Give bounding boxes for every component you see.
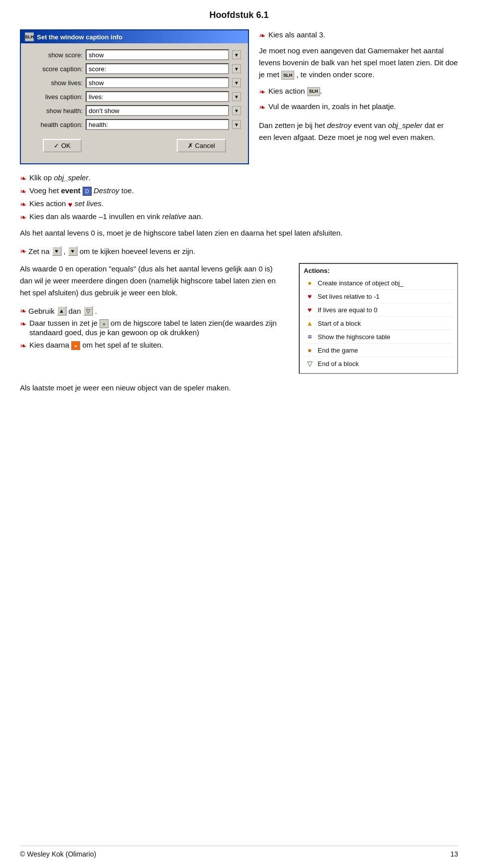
scroll-health-caption[interactable]: ▼ bbox=[232, 120, 241, 129]
bullet-icon-daar: ❧ bbox=[20, 319, 26, 329]
triangle-up-icon: ▲ bbox=[57, 306, 67, 316]
actions-right: Actions: ● Create instance of object obj… bbox=[299, 263, 458, 374]
gebruik-prefix: Gebruik bbox=[28, 307, 55, 315]
je-moet-text: Je moet nog even aangeven dat Gamemaker … bbox=[259, 45, 458, 81]
paragraph-2: Als waarde 0 en operation "equals" (dus … bbox=[20, 263, 284, 299]
bullet-icon-gebruik: ❧ bbox=[20, 306, 26, 316]
bullet-kies-action: ❧ Kies action SLH. bbox=[259, 86, 458, 98]
actions-box: Actions: ● Create instance of object obj… bbox=[299, 263, 458, 374]
highscore-icon: ≡ bbox=[100, 319, 109, 328]
gebruik-line: ❧ Gebruik ▲ dan ▽ . bbox=[20, 306, 284, 316]
ok-label: OK bbox=[61, 142, 71, 149]
action-text-1: Create instance of object obj_ bbox=[318, 279, 403, 287]
gebruik-dan: dan bbox=[69, 307, 81, 315]
bullet-icon-1: ❧ bbox=[259, 30, 265, 42]
action-icon-create: ● bbox=[305, 278, 315, 288]
bullet-daartussen: ❧ Daar tussen in zet je ≡ om de higscore… bbox=[20, 319, 284, 337]
action-icon-highscore: ≡ bbox=[305, 332, 315, 342]
bullet-voeg-event: ❧ Voeg het event D Destroy toe. bbox=[20, 186, 458, 196]
zet-na-line: ❧ Zet na ♥ , ♥ om te kijken hoeveel leve… bbox=[20, 246, 458, 256]
kies-action-lives-text: Kies action ♥ set lives. bbox=[29, 199, 104, 209]
dialog-field-lives-caption: lives caption: ▼ bbox=[28, 91, 241, 102]
end-game-icon: ● bbox=[71, 341, 80, 350]
action-icon-start-block: ▲ bbox=[305, 318, 315, 328]
daartussen-text: Daar tussen in zet je ≡ om de higscore t… bbox=[29, 319, 284, 337]
bullet-icon-2: ❧ bbox=[259, 86, 265, 98]
paragraph-1: Als het aantal levens 0 is, moet je de h… bbox=[20, 227, 458, 239]
klik-op-text: Klik op obj_speler. bbox=[29, 173, 91, 182]
page: Hoofdstuk 6.1 SLH Set the window caption… bbox=[0, 0, 478, 868]
actions-left: Als waarde 0 en operation "equals" (dus … bbox=[20, 263, 284, 374]
footer-page: 13 bbox=[450, 850, 458, 858]
bullet-kies-action-lives: ❧ Kies action ♥ set lives. bbox=[20, 199, 458, 209]
slh-badge-action: SLH bbox=[307, 87, 320, 96]
destroy-text: Dan zetten je bij het destroy event van … bbox=[259, 120, 458, 143]
label-show-score: show score: bbox=[28, 51, 83, 59]
bullet-icon-voeg: ❧ bbox=[20, 187, 26, 196]
action-text-2: Set lives relative to -1 bbox=[318, 293, 379, 300]
bullet-icon-3: ❧ bbox=[259, 102, 265, 114]
last-paragraph: Als laatste moet je weer een nieuw objec… bbox=[20, 382, 458, 394]
input-show-lives[interactable] bbox=[86, 77, 229, 88]
dialog-window: SLH Set the window caption info show sco… bbox=[20, 29, 249, 164]
dialog-field-show-score: show score: ▼ bbox=[28, 49, 241, 60]
action-text-5: Show the highscore table bbox=[318, 333, 390, 341]
action-row-1: ● Create instance of object obj_ bbox=[304, 276, 453, 290]
input-health-caption[interactable] bbox=[86, 119, 229, 130]
input-lives-caption[interactable] bbox=[86, 91, 229, 102]
actions-section: Als waarde 0 en operation "equals" (dus … bbox=[20, 263, 458, 374]
action-icon-if-lives: ♥ bbox=[305, 305, 315, 315]
input-show-score[interactable] bbox=[86, 49, 229, 60]
label-score-caption: score caption: bbox=[28, 65, 83, 73]
dialog-titlebar-icon: SLH bbox=[25, 32, 34, 41]
label-health-caption: health caption: bbox=[28, 121, 83, 128]
bullet-icon-action: ❧ bbox=[20, 200, 26, 209]
input-show-health[interactable] bbox=[86, 105, 229, 116]
bullet-icon-daarna: ❧ bbox=[20, 341, 26, 351]
action-text-6: End the game bbox=[318, 347, 358, 354]
bullet-klik-op: ❧ Klik op obj_speler. bbox=[20, 173, 458, 183]
set-lives-icon: ♥ bbox=[52, 246, 62, 256]
heart-icon: ♥ bbox=[68, 200, 73, 209]
je-moet-text-suffix: , te vinden onder score. bbox=[296, 70, 374, 79]
kies-daarna-text: Kies daarna ● om het spel af te sluiten. bbox=[29, 341, 163, 350]
action-icon-end-game: ● bbox=[305, 345, 315, 355]
scroll-lives-caption[interactable]: ▼ bbox=[232, 92, 241, 101]
label-show-lives: show lives: bbox=[28, 79, 83, 87]
action-text-4: Start of a block bbox=[318, 320, 361, 327]
bottom-left-bullets: ❧ Klik op obj_speler. ❧ Voeg het event D… bbox=[20, 173, 458, 222]
cancel-label: Cancel bbox=[195, 142, 215, 149]
label-lives-caption: lives caption: bbox=[28, 93, 83, 101]
zet-na-suffix: om te kijken hoeveel levens er zijn. bbox=[80, 247, 196, 255]
vul-waarden-text: Vul de waarden in, zoals in het plaatje. bbox=[268, 101, 396, 113]
scroll-show-score[interactable]: ▼ bbox=[232, 50, 241, 59]
actions-title: Actions: bbox=[304, 267, 453, 274]
cancel-button[interactable]: ✗ Cancel bbox=[177, 139, 226, 152]
destroy-icon: D bbox=[83, 187, 92, 196]
scroll-show-lives[interactable]: ▼ bbox=[232, 78, 241, 87]
dialog-title: Set the window caption info bbox=[37, 33, 122, 41]
bullet-kies-daarna: ❧ Kies daarna ● om het spel af te sluite… bbox=[20, 341, 284, 351]
action-row-3: ♥ If lives are equal to 0 bbox=[304, 303, 453, 317]
scroll-show-health[interactable]: ▼ bbox=[232, 106, 241, 115]
bullet-vul-waarden: ❧ Vul de waarden in, zoals in het plaatj… bbox=[259, 101, 458, 114]
voeg-event-text: Voeg het event D Destroy toe. bbox=[29, 186, 134, 196]
slh-badge-score: SLH bbox=[281, 71, 294, 80]
dialog-field-show-health: show health: ▼ bbox=[28, 105, 241, 116]
right-panel: ❧ Kies als aantal 3. Je moet nog even aa… bbox=[259, 29, 458, 164]
action-row-6: ● End the game bbox=[304, 344, 453, 357]
scroll-score-caption[interactable]: ▼ bbox=[232, 64, 241, 73]
dialog-buttons: ✓ OK ✗ Cancel bbox=[28, 134, 241, 157]
if-lives-icon: ♥ bbox=[68, 246, 78, 256]
footer: © Wesley Kok (Olimario) 13 bbox=[20, 846, 458, 858]
footer-copyright: © Wesley Kok (Olimario) bbox=[20, 850, 96, 858]
input-score-caption[interactable] bbox=[86, 63, 229, 74]
bullet-kies-aantal: ❧ Kies als aantal 3. bbox=[259, 29, 458, 42]
action-row-2: ♥ Set lives relative to -1 bbox=[304, 290, 453, 303]
triangle-down-icon: ▽ bbox=[83, 306, 93, 316]
cancel-x-icon: ✗ bbox=[188, 142, 193, 149]
gebruik-suffix: . bbox=[95, 307, 97, 315]
action-text-7: End of a block bbox=[318, 360, 358, 368]
action-icon-set-lives: ♥ bbox=[305, 291, 315, 301]
ok-button[interactable]: ✓ OK bbox=[43, 139, 82, 152]
